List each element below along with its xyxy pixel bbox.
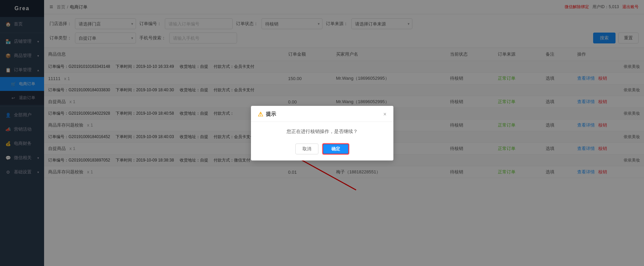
modal-close-button[interactable]: × [383,111,386,117]
modal-message: 您正在进行核销操作，是否继续？ [259,129,385,135]
modal-confirm-button[interactable]: 确定 [323,144,349,154]
modal-footer: 取消 确定 [251,140,393,160]
modal-cancel-button[interactable]: 取消 [295,144,318,154]
modal-title-text: 提示 [266,111,276,117]
modal-overlay: ⚠ 提示 × 您正在进行核销操作，是否继续？ 取消 确定 [0,0,644,266]
modal-header: ⚠ 提示 × [251,106,393,122]
confirm-modal: ⚠ 提示 × 您正在进行核销操作，是否继续？ 取消 确定 [251,106,393,160]
warning-icon: ⚠ [258,111,263,118]
modal-body: 您正在进行核销操作，是否继续？ [251,122,393,140]
modal-title: ⚠ 提示 [258,111,276,118]
